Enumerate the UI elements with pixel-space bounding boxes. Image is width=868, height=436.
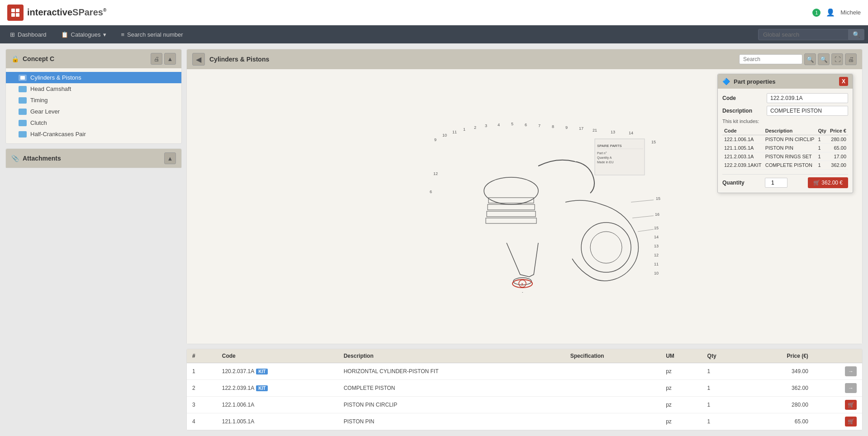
tree-item-half-crankcases[interactable]: Half-Crankcases Pair xyxy=(6,128,181,140)
part-prop-icon: 🔷 xyxy=(722,78,730,85)
svg-text:11: 11 xyxy=(654,262,659,266)
user-icon: 👤 xyxy=(826,8,835,17)
nav-search-serial[interactable]: ≡ Search serial number xyxy=(114,28,189,41)
content-area: ◀ Cylinders & Pistons 🔍 🔍 ⛶ 🖨 SPARE P xyxy=(186,49,863,431)
global-search-area: 🔍 xyxy=(758,29,864,40)
engine-diagram-svg: SPARE PARTS Part n° Quantity A Made in E… xyxy=(384,121,665,293)
code-value: 122.2.039.1A xyxy=(767,93,848,103)
part-prop-close-button[interactable]: X xyxy=(839,77,848,86)
svg-line-50 xyxy=(631,200,654,202)
kit-price: 362.00 xyxy=(828,161,848,170)
diagram-search-print[interactable]: 🖨 xyxy=(845,53,857,65)
svg-text:7: 7 xyxy=(538,123,541,128)
global-search-button[interactable]: 🔍 xyxy=(849,29,864,40)
kit-qty: 1 xyxy=(816,152,828,161)
diagram-title: Cylinders & Pistons xyxy=(209,56,735,63)
row-specification xyxy=(565,397,660,413)
cart-button[interactable]: 🛒 xyxy=(845,400,857,410)
description-value: COMPLETE PISTON xyxy=(767,106,848,116)
attachments-panel: 📎 Attachments ▲ xyxy=(5,148,182,168)
diagram-search-zoom-out[interactable]: 🔍 xyxy=(818,53,830,65)
user-name: Michele xyxy=(840,9,861,16)
svg-text:15: 15 xyxy=(651,140,656,144)
parts-table-panel: # Code Description Specification UM Qty … xyxy=(186,349,863,431)
dropdown-icon: ▾ xyxy=(103,31,106,38)
kit-desc: PISTON PIN xyxy=(764,144,816,152)
tree-list: Cylinders & Pistons Head Camshaft Timing… xyxy=(6,68,181,143)
sidebar-header: 🔒 Concept C 🖨 ▲ xyxy=(6,49,181,68)
svg-text:13: 13 xyxy=(611,130,615,134)
row-qty: 1 xyxy=(702,363,745,380)
add-to-cart-button[interactable]: 🛒 362.00 € xyxy=(808,177,848,188)
svg-text:16: 16 xyxy=(655,212,659,217)
detail-button[interactable]: → xyxy=(845,366,857,376)
part-prop-header: 🔷 Part properties X xyxy=(718,74,853,89)
kit-col-code: Code xyxy=(722,127,764,135)
diagram-search-expand[interactable]: ⛶ xyxy=(831,53,843,65)
catalogue-panel: 🔒 Concept C 🖨 ▲ Cylinders & Pistons xyxy=(5,49,182,144)
global-search-input[interactable] xyxy=(758,29,849,40)
kit-table-row: 122.2.039.1AKIT COMPLETE PISTON 1 362.00 xyxy=(722,161,848,170)
tree-item-cylinders[interactable]: Cylinders & Pistons xyxy=(6,72,181,83)
kit-table-row: 122.1.006.1A PISTON PIN CIRCLIP 1 280.00 xyxy=(722,135,848,144)
svg-text:Made in EU: Made in EU xyxy=(597,161,614,164)
tree-item-timing[interactable]: Timing xyxy=(6,95,181,106)
kit-col-qty: Qty xyxy=(816,127,828,135)
quantity-input[interactable] xyxy=(765,178,787,188)
collapse-button[interactable]: ▲ xyxy=(164,53,176,65)
tree-item-head-camshaft[interactable]: Head Camshaft xyxy=(6,83,181,95)
svg-text:3: 3 xyxy=(485,123,487,128)
diagram-search-zoom-in[interactable]: 🔍 xyxy=(804,53,816,65)
col-um: UM xyxy=(660,349,702,363)
print-button[interactable]: 🖨 xyxy=(151,53,162,65)
svg-text:4: 4 xyxy=(498,123,500,127)
svg-rect-3 xyxy=(16,13,19,17)
cart-button[interactable]: 🛒 xyxy=(845,417,857,427)
tree-item-clutch[interactable]: Clutch xyxy=(6,117,181,128)
table-row: 3 122.1.006.1A PISTON PIN CIRCLIP pz 1 2… xyxy=(187,397,862,413)
svg-text:15: 15 xyxy=(656,196,660,201)
kit-desc: PISTON RINGS SET xyxy=(764,152,816,161)
row-code: 121.1.005.1A xyxy=(217,413,338,430)
row-specification xyxy=(565,413,660,430)
parts-table: # Code Description Specification UM Qty … xyxy=(187,349,862,430)
svg-text:9: 9 xyxy=(565,125,568,130)
row-um: pz xyxy=(660,363,702,380)
svg-text:1: 1 xyxy=(522,291,524,293)
top-right: 1 👤 Michele xyxy=(812,8,861,17)
diagram-search-input[interactable] xyxy=(739,54,802,64)
serial-icon: ≡ xyxy=(121,31,124,38)
notification-badge[interactable]: 1 xyxy=(812,9,821,17)
svg-text:2: 2 xyxy=(474,125,476,130)
back-button[interactable]: ◀ xyxy=(192,53,205,66)
row-price: 349.00 xyxy=(745,363,814,380)
attach-icon: 📎 xyxy=(11,155,19,162)
attachments-collapse-button[interactable]: ▲ xyxy=(164,152,176,164)
table-row: 4 121.1.005.1A PISTON PIN pz 1 65.00 🛒 xyxy=(187,413,862,430)
sidebar-title: 🔒 Concept C xyxy=(11,55,54,62)
dashboard-icon: ⊞ xyxy=(10,31,15,38)
row-price: 362.00 xyxy=(745,380,814,397)
row-num: 3 xyxy=(187,397,217,413)
tree-item-gear-lever[interactable]: Gear Lever xyxy=(6,106,181,117)
row-code: 122.2.039.1AKIT xyxy=(217,380,338,397)
kit-price: 280.00 xyxy=(828,135,848,144)
svg-text:10: 10 xyxy=(442,133,447,137)
qty-row: Quantity 🛒 362.00 € xyxy=(722,174,848,188)
svg-point-33 xyxy=(581,223,631,272)
nav-bar: ⊞ Dashboard 📋 Catalogues ▾ ≡ Search seri… xyxy=(0,25,868,43)
svg-text:9: 9 xyxy=(434,137,436,142)
table-row: 2 122.2.039.1AKIT COMPLETE PISTON pz 1 3… xyxy=(187,380,862,397)
nav-catalogues[interactable]: 📋 Catalogues ▾ xyxy=(55,28,113,41)
kit-desc: PISTON PIN CIRCLIP xyxy=(764,135,816,144)
row-price: 65.00 xyxy=(745,413,814,430)
nav-dashboard[interactable]: ⊞ Dashboard xyxy=(4,28,53,41)
svg-rect-13 xyxy=(488,204,535,210)
description-label: Description xyxy=(722,108,763,114)
kit-table: Code Description Qty Price € 122.1.006.1… xyxy=(722,127,848,170)
kit-code: 122.2.039.1AKIT xyxy=(722,161,764,170)
detail-button[interactable]: → xyxy=(845,383,857,393)
row-code: 122.1.006.1A xyxy=(217,397,338,413)
row-action: → xyxy=(814,380,862,397)
diagram-panel: ◀ Cylinders & Pistons 🔍 🔍 ⛶ 🖨 SPARE P xyxy=(186,49,863,344)
